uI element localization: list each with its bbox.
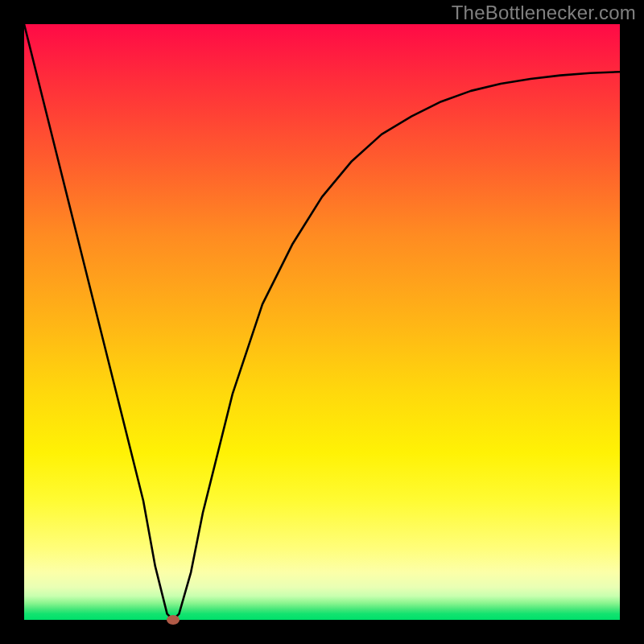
watermark-text: TheBottlenecker.com [452,2,636,24]
plot-area [24,24,620,620]
plot-frame [0,0,644,644]
bottleneck-curve [24,24,620,620]
chart-stage: TheBottlenecker.com [0,0,644,644]
optimum-marker [167,615,180,625]
